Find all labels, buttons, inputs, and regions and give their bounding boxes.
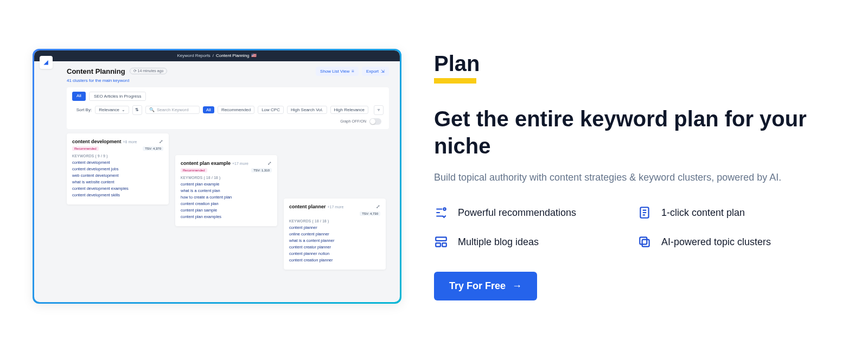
timestamp-text: 14 minutes ago bbox=[138, 69, 164, 73]
product-screenshot-frame: Keyword Reports / Content Planning 🇺🇸 ◢ … bbox=[33, 49, 401, 304]
keywords-header: KEYWORDS ( 18 / 18 ) bbox=[181, 176, 272, 180]
layout-icon bbox=[434, 235, 448, 249]
keyword-item[interactable]: content creation planner bbox=[289, 258, 380, 263]
show-list-view-button[interactable]: Show List View ≡ bbox=[316, 67, 359, 76]
graph-toggle[interactable] bbox=[369, 118, 381, 125]
page-title: Content Planning bbox=[67, 67, 125, 75]
svg-rect-2 bbox=[436, 237, 446, 241]
eyebrow-underline bbox=[434, 78, 476, 84]
filter-all[interactable]: All bbox=[203, 106, 214, 113]
search-input[interactable]: 🔍 Search Keyword bbox=[145, 106, 200, 114]
expand-icon[interactable]: ⤢ bbox=[159, 139, 163, 144]
sort-label: Sort By: bbox=[76, 107, 92, 112]
tsv-badge: TSV: 4,730 bbox=[360, 212, 380, 216]
svg-rect-5 bbox=[642, 240, 649, 247]
marketing-content: Plan Get the entire keyword plan for you… bbox=[434, 52, 825, 300]
keyword-item[interactable]: content planner bbox=[289, 225, 380, 230]
graph-toggle-label: Graph OFF/ON bbox=[340, 119, 366, 123]
keyword-item[interactable]: what is website content bbox=[72, 180, 163, 184]
product-screenshot: Keyword Reports / Content Planning 🇺🇸 ◢ … bbox=[34, 50, 400, 302]
keyword-item[interactable]: content development bbox=[72, 160, 163, 165]
tsv-badge: TSV: 1,310 bbox=[251, 168, 272, 172]
expand-icon[interactable]: ⤢ bbox=[376, 204, 380, 209]
feature-label: AI-powered topic clusters bbox=[661, 236, 771, 248]
keyword-item[interactable]: content plan examples bbox=[181, 214, 272, 219]
breadcrumb-sep: / bbox=[213, 53, 214, 58]
recommended-badge: Recommended bbox=[72, 146, 99, 151]
cta-label: Try For Free bbox=[449, 280, 506, 292]
feature-label: Multiple blog ideas bbox=[458, 236, 539, 248]
svg-rect-6 bbox=[640, 237, 647, 244]
export-button[interactable]: Export ⇲ bbox=[362, 67, 389, 76]
feature-topic-clusters: AI-powered topic clusters bbox=[637, 235, 825, 249]
tsv-badge: TSV: 4,370 bbox=[143, 146, 163, 151]
app-logo[interactable]: ◢ bbox=[40, 56, 53, 69]
feature-grid: Powerful recommendations 1-click content… bbox=[434, 206, 825, 249]
svg-rect-4 bbox=[442, 243, 446, 247]
app-topbar: Keyword Reports / Content Planning 🇺🇸 bbox=[34, 50, 400, 61]
sort-direction-button[interactable]: ⇅ bbox=[132, 105, 142, 115]
tab-all[interactable]: All bbox=[72, 92, 86, 101]
section-heading: Get the entire keyword plan for your nic… bbox=[434, 105, 825, 159]
filter-high-relevance[interactable]: High Relevance bbox=[330, 106, 368, 114]
filter-high-search[interactable]: High Search Vol. bbox=[287, 106, 327, 114]
chevron-down-icon: ⌄ bbox=[122, 107, 125, 112]
keyword-item[interactable]: online content planner bbox=[289, 232, 380, 236]
page-subtitle: 41 clusters for the main keyword bbox=[34, 78, 400, 87]
keyword-item[interactable]: content planner notion bbox=[289, 251, 380, 256]
filter-icon[interactable]: ▿ bbox=[374, 105, 384, 115]
cluster-card[interactable]: content plan example+17 more ⤢ Recommend… bbox=[175, 155, 277, 226]
cluster-card[interactable]: content planner+17 more ⤢ TSV: 4,730 KEY… bbox=[284, 199, 386, 270]
keyword-item[interactable]: content creation plan bbox=[181, 201, 272, 206]
expand-icon[interactable]: ⤢ bbox=[267, 161, 272, 166]
layers-icon bbox=[637, 235, 652, 249]
arrow-right-icon: → bbox=[512, 280, 522, 292]
svg-rect-3 bbox=[436, 243, 441, 247]
timestamp-pill: ⟳ 14 minutes ago bbox=[130, 68, 168, 74]
feature-label: Powerful recommendations bbox=[458, 207, 576, 219]
recommended-badge: Recommended bbox=[181, 168, 207, 172]
keyword-item[interactable]: content development examples bbox=[72, 186, 163, 191]
keyword-item[interactable]: how to create a content plan bbox=[181, 195, 272, 200]
cluster-title: content development+8 more bbox=[72, 139, 137, 144]
try-free-button[interactable]: Try For Free → bbox=[434, 272, 537, 300]
sliders-icon bbox=[434, 206, 448, 220]
filter-panel: All SEO Articles in Progress Sort By: Re… bbox=[67, 87, 389, 129]
keyword-item[interactable]: content plan sample bbox=[181, 208, 272, 213]
section-lead: Build topical authority with content str… bbox=[434, 170, 825, 185]
breadcrumb-parent[interactable]: Keyword Reports bbox=[177, 53, 210, 58]
sort-select[interactable]: Relevance ⌄ bbox=[95, 106, 129, 114]
cluster-title: content plan example+17 more bbox=[181, 161, 248, 166]
feature-content-plan: 1-click content plan bbox=[637, 206, 825, 220]
keyword-item[interactable]: what is a content planner bbox=[289, 238, 380, 243]
cluster-title: content planner+17 more bbox=[289, 204, 343, 209]
tab-seo-progress[interactable]: SEO Articles in Progress bbox=[89, 92, 146, 101]
flag-us-icon: 🇺🇸 bbox=[251, 53, 257, 58]
keyword-item[interactable]: web content development bbox=[72, 173, 163, 178]
svg-point-0 bbox=[443, 208, 445, 210]
filter-recommended[interactable]: Recommended bbox=[218, 106, 254, 114]
filter-low-cpc[interactable]: Low CPC bbox=[258, 106, 284, 114]
feature-recommendations: Powerful recommendations bbox=[434, 206, 621, 220]
breadcrumb-current: Content Planning bbox=[216, 53, 249, 58]
keyword-item[interactable]: content creator planner bbox=[289, 245, 380, 249]
keyword-item[interactable]: what is a content plan bbox=[181, 188, 272, 193]
section-eyebrow: Plan bbox=[434, 52, 825, 76]
feature-label: 1-click content plan bbox=[661, 207, 745, 219]
keyword-item[interactable]: content development skills bbox=[72, 193, 163, 197]
document-icon bbox=[637, 206, 652, 220]
keyword-item[interactable]: content development jobs bbox=[72, 167, 163, 171]
keyword-item[interactable]: content plan example bbox=[181, 182, 272, 187]
feature-blog-ideas: Multiple blog ideas bbox=[434, 235, 621, 249]
keywords-header: KEYWORDS ( 9 / 9 ) bbox=[72, 154, 163, 158]
keywords-header: KEYWORDS ( 18 / 18 ) bbox=[289, 219, 380, 223]
cluster-card[interactable]: content development+8 more ⤢ Recommended… bbox=[67, 133, 169, 204]
